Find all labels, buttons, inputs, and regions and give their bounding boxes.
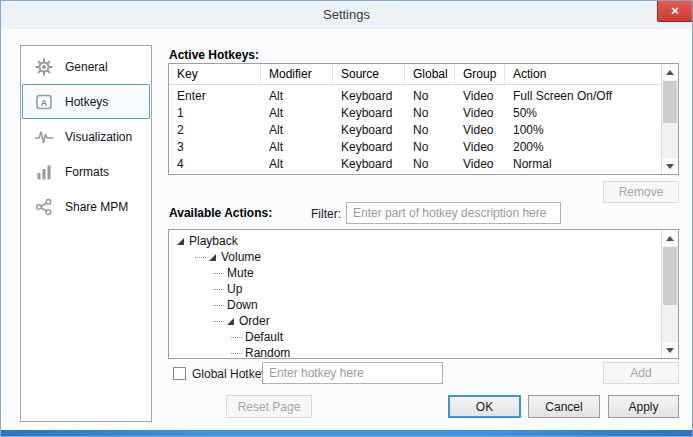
- keycap-a-icon: A: [33, 91, 55, 113]
- scroll-down-button[interactable]: [662, 342, 678, 358]
- tree-item-label: Random: [245, 346, 290, 359]
- window-title: Settings: [1, 1, 692, 28]
- window-bottom-border: [1, 430, 692, 436]
- column-header-action[interactable]: Action: [505, 64, 661, 84]
- hotkey-cell: Normal: [505, 156, 661, 173]
- cancel-button[interactable]: Cancel: [528, 395, 600, 418]
- tree-scrollbar[interactable]: [661, 230, 678, 358]
- tree-item-label: Volume: [221, 250, 261, 264]
- scrollbar-thumb[interactable]: [663, 247, 677, 305]
- sidebar-item-share-mpm[interactable]: Share MPM: [22, 189, 150, 224]
- sidebar-item-label: General: [65, 60, 108, 74]
- tree-item-playback[interactable]: Playback: [169, 233, 661, 249]
- hotkey-cell: No: [405, 88, 455, 105]
- tree-expander-icon[interactable]: [227, 318, 234, 325]
- sidebar-item-general[interactable]: General: [22, 49, 150, 84]
- hotkey-cell: Video: [455, 156, 505, 173]
- tree-expander-icon[interactable]: [177, 238, 184, 245]
- actions-tree-body: PlaybackVolumeMuteUpDownOrderDefaultRand…: [169, 230, 661, 359]
- reset-page-button[interactable]: Reset Page: [226, 395, 312, 418]
- sidebar-item-label: Visualization: [65, 130, 132, 144]
- arrow-down-icon: [666, 164, 674, 169]
- tree-item-label: Mute: [227, 266, 254, 280]
- hotkey-cell: 200%: [505, 139, 661, 156]
- table-scrollbar[interactable]: [661, 64, 678, 174]
- settings-window: Settings × GeneralAHotkeysVisualizationF…: [0, 0, 693, 437]
- hotkeys-table-body: EnterAltKeyboardNoVideoFull Screen On/Of…: [169, 85, 661, 173]
- sidebar-item-label: Hotkeys: [65, 95, 108, 109]
- titlebar[interactable]: Settings ×: [1, 1, 692, 29]
- column-header-source[interactable]: Source: [333, 64, 405, 84]
- hotkey-row[interactable]: 1AltKeyboardNoVideo50%: [169, 105, 661, 122]
- hotkey-cell: Alt: [261, 105, 333, 122]
- tree-item-random[interactable]: Random: [169, 345, 661, 359]
- tree-item-default[interactable]: Default: [169, 329, 661, 345]
- hotkey-cell: Alt: [261, 88, 333, 105]
- tree-item-down[interactable]: Down: [169, 297, 661, 313]
- arrow-up-icon: [666, 70, 674, 75]
- hotkey-row[interactable]: 4AltKeyboardNoVideoNormal: [169, 156, 661, 173]
- tree-item-volume[interactable]: Volume: [169, 249, 661, 265]
- hotkey-cell: Video: [455, 88, 505, 105]
- sidebar-item-hotkeys[interactable]: AHotkeys: [22, 84, 150, 119]
- actions-tree: PlaybackVolumeMuteUpDownOrderDefaultRand…: [168, 229, 679, 359]
- hotkey-cell: Keyboard: [333, 139, 405, 156]
- tree-item-label: Default: [245, 330, 283, 344]
- ok-button[interactable]: OK: [448, 395, 521, 418]
- hotkey-cell: 4: [169, 156, 261, 173]
- scroll-up-button[interactable]: [662, 64, 678, 80]
- sidebar-item-formats[interactable]: Formats: [22, 154, 150, 189]
- hotkey-row[interactable]: 3AltKeyboardNoVideo200%: [169, 139, 661, 156]
- scroll-down-button[interactable]: [662, 158, 678, 174]
- hotkey-cell: 3: [169, 139, 261, 156]
- tree-item-label: Down: [227, 298, 258, 312]
- column-header-modifier[interactable]: Modifier: [261, 64, 333, 84]
- sidebar-item-label: Formats: [65, 165, 109, 179]
- tree-guide: [231, 353, 242, 354]
- tree-item-order[interactable]: Order: [169, 313, 661, 329]
- tree-guide: [213, 321, 224, 322]
- tree-item-up[interactable]: Up: [169, 281, 661, 297]
- waveform-icon: [33, 126, 55, 148]
- hotkey-cell: 100%: [505, 122, 661, 139]
- hotkey-cell: Full Screen On/Off: [505, 88, 661, 105]
- close-icon: ×: [671, 4, 679, 17]
- hotkey-cell: 2: [169, 122, 261, 139]
- arrow-up-icon: [666, 236, 674, 241]
- column-header-key[interactable]: Key: [169, 64, 261, 84]
- close-button[interactable]: ×: [657, 1, 692, 22]
- tree-guide: [213, 273, 224, 274]
- hotkey-cell: No: [405, 122, 455, 139]
- tree-item-mute[interactable]: Mute: [169, 265, 661, 281]
- share-icon: [33, 196, 55, 218]
- hotkey-row[interactable]: 2AltKeyboardNoVideo100%: [169, 122, 661, 139]
- sidebar-item-visualization[interactable]: Visualization: [22, 119, 150, 154]
- remove-button[interactable]: Remove: [603, 181, 679, 203]
- hotkey-row[interactable]: EnterAltKeyboardNoVideoFull Screen On/Of…: [169, 88, 661, 105]
- hotkey-cell: Video: [455, 105, 505, 122]
- hotkey-input[interactable]: [262, 362, 443, 384]
- column-header-group[interactable]: Group: [455, 64, 505, 84]
- hotkey-cell: 1: [169, 105, 261, 122]
- tree-guide: [195, 257, 206, 258]
- tree-item-label: Up: [227, 282, 242, 296]
- hotkey-cell: Alt: [261, 156, 333, 173]
- hotkey-cell: Keyboard: [333, 122, 405, 139]
- global-hotkey-label: Global Hotkey: [192, 367, 267, 381]
- global-hotkey-checkbox[interactable]: [173, 367, 186, 380]
- scrollbar-thumb[interactable]: [663, 81, 677, 123]
- column-header-global[interactable]: Global: [405, 64, 455, 84]
- hotkeys-table-header: KeyModifierSourceGlobalGroupAction: [169, 64, 661, 85]
- available-actions-heading: Available Actions:: [169, 206, 272, 220]
- tree-guide: [231, 337, 242, 338]
- add-button[interactable]: Add: [603, 362, 679, 384]
- apply-button[interactable]: Apply: [608, 395, 679, 418]
- hotkey-cell: No: [405, 139, 455, 156]
- tree-expander-icon[interactable]: [209, 254, 216, 261]
- filter-input[interactable]: [346, 202, 561, 224]
- hotkey-cell: Alt: [261, 122, 333, 139]
- svg-text:A: A: [41, 97, 48, 107]
- scroll-up-button[interactable]: [662, 230, 678, 246]
- tree-item-label: Playback: [189, 234, 238, 248]
- hotkey-cell: Video: [455, 122, 505, 139]
